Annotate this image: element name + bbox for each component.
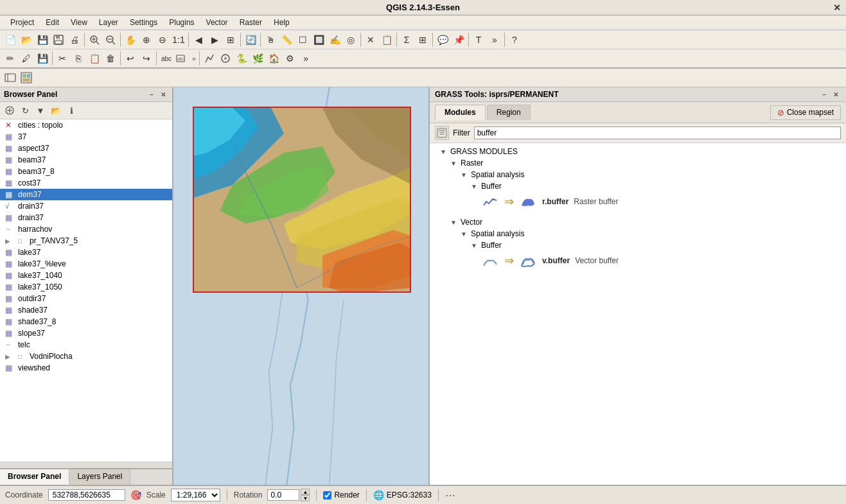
layer-item-shade37[interactable]: ▦ shade37: [0, 304, 172, 316]
refresh-button[interactable]: 🔄: [243, 32, 258, 48]
filter-input[interactable]: [474, 126, 841, 139]
close-mapset-button[interactable]: ⊘ Close mapset: [770, 105, 841, 120]
select-poly-button[interactable]: 🔲: [311, 32, 326, 48]
measure-button[interactable]: 📏: [279, 32, 294, 48]
redo-button[interactable]: ↪: [139, 51, 154, 66]
layer-item-beam37[interactable]: ▦ beam37: [0, 154, 172, 166]
tree-grass-modules[interactable]: ▼ GRASS MODULES: [430, 146, 846, 157]
layer-item-shade37-8[interactable]: ▦ shade37_8: [0, 316, 172, 327]
layer-item-vodni[interactable]: ▶ □ VodniPlocha: [0, 351, 172, 362]
digitize-button[interactable]: [218, 51, 233, 66]
settings2-button[interactable]: ⚙: [282, 51, 297, 66]
browser-minimize-button[interactable]: –: [146, 89, 157, 100]
tree-raster-spatial-analysis[interactable]: ▼ Spatial analysis: [430, 169, 846, 180]
layer-item-lake37-pct[interactable]: ▦ lake37_%leve: [0, 258, 172, 270]
zoom-out-button[interactable]: ⊖: [155, 32, 170, 48]
menu-raster[interactable]: Raster: [234, 17, 267, 28]
browser-add-button[interactable]: [3, 103, 17, 117]
pan-to-selection-button[interactable]: ⊞: [223, 32, 238, 48]
browser-filter-button[interactable]: ▼: [33, 103, 48, 117]
browser-collapse-button[interactable]: 📂: [49, 103, 63, 117]
node-edit-button[interactable]: 🖊: [19, 51, 34, 66]
coordinate-icon[interactable]: 🎯: [130, 490, 141, 500]
layers-panel-tab[interactable]: Layers Panel: [69, 469, 130, 485]
tree-raster[interactable]: ▼ Raster: [430, 157, 846, 169]
grass-close-button[interactable]: ✕: [831, 89, 841, 100]
layer-item-lake37[interactable]: ▦ lake37: [0, 247, 172, 258]
zoom-next-button[interactable]: ▶: [207, 32, 222, 48]
menu-help[interactable]: Help: [269, 17, 295, 28]
snap-button[interactable]: [202, 51, 217, 66]
annotation-button[interactable]: 📌: [451, 32, 466, 48]
grass-minimize-button[interactable]: –: [819, 89, 829, 100]
module-row-r-buffer[interactable]: ⇒ r.buffer Raster buffer: [430, 192, 846, 211]
delete-selected-button[interactable]: 🗑: [103, 51, 118, 66]
rotation-up-button[interactable]: ▲: [301, 489, 310, 495]
select-radius-button[interactable]: ◎: [343, 32, 358, 48]
layer-item-aspect37[interactable]: ▦ aspect37: [0, 143, 172, 154]
help-button[interactable]: ?: [507, 32, 522, 48]
menu-settings[interactable]: Settings: [125, 17, 163, 28]
save-edits-button[interactable]: 💾: [35, 51, 50, 66]
undo-button[interactable]: ↩: [123, 51, 138, 66]
epsg-area[interactable]: 🌐 EPSG:32633: [373, 490, 432, 500]
home-button[interactable]: 🏠: [266, 51, 281, 66]
paste-features-button[interactable]: 📋: [87, 51, 102, 66]
layer-item-lake37-1040[interactable]: ▦ lake37_1040: [0, 270, 172, 281]
select-rect-button[interactable]: ☐: [295, 32, 310, 48]
statistics-button[interactable]: Σ: [399, 32, 414, 48]
save-as-button[interactable]: [51, 32, 66, 48]
browser-refresh-button[interactable]: ↻: [18, 103, 32, 117]
rotation-down-button[interactable]: ▼: [301, 495, 310, 501]
grass-tab-modules[interactable]: Modules: [435, 105, 486, 120]
pan-button[interactable]: ✋: [123, 32, 138, 48]
grass-tab-region[interactable]: Region: [487, 105, 531, 120]
scale-select[interactable]: 1:29,166: [171, 489, 220, 501]
render-checkbox-area[interactable]: Render: [323, 491, 359, 500]
layer-item-37[interactable]: ▦ 37: [0, 131, 172, 143]
identify-button[interactable]: 🖱: [263, 32, 278, 48]
layer-item-drain37-r[interactable]: ▦ drain37: [0, 212, 172, 223]
map-canvas-button[interactable]: [19, 70, 34, 85]
layer-item-beam37-8[interactable]: ▦ beam37_8: [0, 166, 172, 177]
window-close-button[interactable]: ✕: [833, 3, 841, 13]
zoom-native-button[interactable]: 1:1: [171, 32, 186, 48]
open-project-button[interactable]: 📂: [19, 32, 34, 48]
layer-item-lake37-1050[interactable]: ▦ lake37_1050: [0, 281, 172, 293]
edit-toolbar-more[interactable]: »: [191, 55, 197, 62]
python-button[interactable]: 🐍: [234, 51, 249, 66]
browser-info-button[interactable]: ℹ: [64, 103, 78, 117]
layer-item-dem37[interactable]: ▦ dem37: [0, 189, 172, 200]
toolbar-more-button[interactable]: »: [487, 32, 502, 48]
menu-vector[interactable]: Vector: [201, 17, 233, 28]
label-button[interactable]: abc: [159, 51, 174, 66]
module-row-v-buffer[interactable]: ⇒ v.buffer Vector buffer: [430, 251, 846, 270]
menu-view[interactable]: View: [66, 17, 93, 28]
layer-item-viewshed[interactable]: ▦ viewshed: [0, 362, 172, 374]
layer-item-outdir37[interactable]: ▦ outdir37: [0, 293, 172, 304]
tree-vector-buffer[interactable]: ▼ Buffer: [430, 239, 846, 251]
tree-vector[interactable]: ▼ Vector: [430, 216, 846, 228]
new-project-button[interactable]: 📄: [3, 32, 18, 48]
plugin-settings-button[interactable]: »: [298, 51, 313, 66]
browser-panel-tab[interactable]: Browser Panel: [0, 469, 69, 485]
label2-button[interactable]: ab: [175, 51, 190, 66]
map-canvas[interactable]: [173, 87, 428, 485]
layer-item-slope37[interactable]: ▦ slope37: [0, 327, 172, 339]
layer-item-cities[interactable]: ✕ cities : topolo: [0, 119, 172, 131]
copy-features-button[interactable]: ⎘: [71, 51, 86, 66]
menu-layer[interactable]: Layer: [94, 17, 123, 28]
layer-item-pr-tanv[interactable]: ▶ □ pr_TANV37_5: [0, 235, 172, 247]
save-project-button[interactable]: 💾: [35, 32, 50, 48]
zoom-full-button[interactable]: [87, 32, 102, 48]
text-button[interactable]: T: [471, 32, 486, 48]
rotation-input[interactable]: [267, 489, 299, 501]
status-more-button[interactable]: ⋯: [445, 489, 455, 501]
menu-plugins[interactable]: Plugins: [164, 17, 199, 28]
print-button[interactable]: 🖨: [67, 32, 82, 48]
zoom-in-button[interactable]: ⊕: [139, 32, 154, 48]
toggle-edit-button[interactable]: ✏: [3, 51, 18, 66]
browser-close-button[interactable]: ✕: [158, 89, 168, 100]
attr-table-button[interactable]: 📋: [379, 32, 394, 48]
tree-vector-spatial-analysis[interactable]: ▼ Spatial analysis: [430, 228, 846, 239]
